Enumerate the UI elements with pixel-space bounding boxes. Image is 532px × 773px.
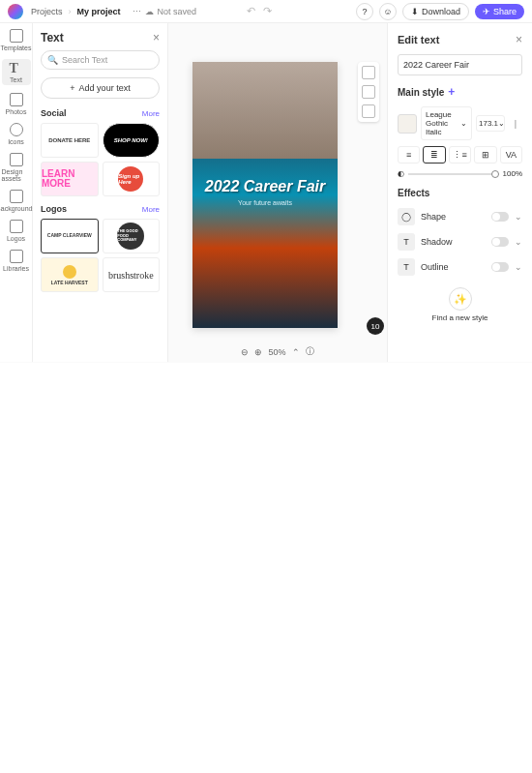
add-text-button[interactable]: + Add your text [41,77,160,99]
search-text-input[interactable]: 🔍 Search Text [41,50,160,70]
rail-icons[interactable]: Icons [2,123,31,145]
edit-panel-title: Edit text [398,34,439,45]
zoom-in-icon[interactable]: ⊕ [254,347,262,357]
rail-templates[interactable]: Templates [2,29,31,51]
close-edit-icon[interactable]: × [516,33,522,46]
tile-learn[interactable]: LEARN MORE [41,162,99,196]
delete-icon[interactable] [362,104,375,118]
zoom-pct[interactable]: 50% [268,347,285,357]
tile-signup[interactable]: Sign up Here [103,162,161,196]
cloud-icon: ☁ [145,7,154,16]
opacity-icon: ◐ [398,169,404,178]
rail-logos[interactable]: Logos [2,220,31,242]
text-panel-title: Text [41,31,64,45]
logos-section-label: Logos [41,204,67,214]
breadcrumb-current[interactable]: My project [77,7,121,16]
redo-button[interactable]: ↷ [263,5,272,17]
add-style-icon[interactable]: + [448,85,455,99]
plus-icon: + [70,83,74,93]
canvas-image [192,62,338,159]
tile-shopnow[interactable]: SHOP NOW! [103,123,161,158]
size-select[interactable]: 173.1⌄ [476,115,505,132]
share-button[interactable]: ✈ Share [475,4,524,19]
opacity-value[interactable]: 100% [503,169,522,178]
canvas-subtitle-text[interactable]: Your future awaits [202,199,328,206]
effects-label: Effects [398,188,522,198]
download-button[interactable]: ⬇ Download [402,3,469,20]
main-style-label: Main style [398,87,444,98]
info-icon[interactable]: ⓘ [306,345,314,358]
shadow-toggle[interactable] [491,237,509,247]
download-icon: ⬇ [411,7,419,16]
logos-more-link[interactable]: More [142,205,160,214]
social-section-label: Social [41,108,67,118]
share-icon: ✈ [483,7,490,16]
tile-goodfood[interactable]: THE GOOD FOOD COMPANY [103,219,161,253]
chevron-down-icon[interactable]: ⌄ [515,212,522,222]
effect-outline-row[interactable]: T Outline ⌄ [398,254,522,280]
opacity-slider[interactable] [408,173,499,175]
help-icon[interactable]: ? [356,3,373,20]
effect-shadow-row[interactable]: T Shadow ⌄ [398,229,522,254]
rail-libraries[interactable]: Libraries [2,250,31,272]
find-style-label[interactable]: Find a new style [432,313,488,322]
text-color-swatch[interactable] [398,114,417,134]
layers-icon[interactable] [362,66,375,79]
tile-donate[interactable]: DONATE HERE [41,123,99,158]
chevron-up-icon[interactable]: ⌃ [292,347,300,357]
search-icon: 🔍 [47,55,58,65]
save-status: ⋯ ☁ Not saved [133,7,197,16]
outline-icon: T [398,258,415,276]
tile-harvest[interactable]: LATE HARVEST [41,257,99,292]
duplicate-icon[interactable] [362,85,375,99]
rail-design-assets[interactable]: Design assets [2,153,31,182]
rail-backgrounds[interactable]: Backgrounds [2,190,31,212]
zoom-out-icon[interactable]: ⊖ [241,347,249,357]
app-logo[interactable] [8,4,23,19]
tile-camp[interactable]: CAMP CLEARVIEW [41,219,99,253]
settings-icon[interactable]: ☺ [379,3,397,20]
variable-font-icon[interactable]: VA [500,146,522,164]
chevron-down-icon: ⌄ [498,119,505,128]
design-canvas[interactable]: 2022 Career Fair Your future awaits [192,62,338,328]
shape-toggle[interactable] [491,212,509,222]
spacing-icon[interactable]: ⊞ [474,146,496,164]
rail-text[interactable]: TText [2,59,31,85]
align-left-icon[interactable]: ≡ [398,146,420,164]
shadow-icon: T [398,233,415,251]
breadcrumb-sep: › [69,7,72,16]
effect-shape-row[interactable]: ◯ Shape ⌄ [398,204,522,229]
close-panel-icon[interactable]: × [153,31,160,45]
page-count-badge[interactable]: 10 [367,317,384,335]
chevron-down-icon[interactable]: ⌄ [515,237,522,247]
undo-button[interactable]: ↶ [247,5,255,17]
eyedropper-icon[interactable]: | [509,117,522,131]
font-select[interactable]: League Gothic Italic⌄ [421,106,472,140]
tile-brush[interactable]: brushstroke [103,257,161,292]
chevron-down-icon[interactable]: ⌄ [515,262,522,272]
chevron-down-icon: ⌄ [460,119,467,128]
list-icon[interactable]: ⋮≡ [449,146,471,164]
text-value-input[interactable]: 2022 Career Fair [398,54,522,75]
rail-photos[interactable]: Photos [2,93,31,115]
magic-wand-icon[interactable]: ✨ [449,287,472,311]
breadcrumb: Projects › My project [31,7,121,16]
more-dots-icon[interactable]: ⋯ [133,7,141,16]
outline-toggle[interactable] [491,262,509,272]
breadcrumb-root[interactable]: Projects [31,7,63,16]
align-center-icon[interactable]: ≣ [423,146,445,164]
social-more-link[interactable]: More [142,109,160,118]
canvas-title-text[interactable]: 2022 Career Fair [202,178,328,195]
shape-icon: ◯ [398,208,415,225]
